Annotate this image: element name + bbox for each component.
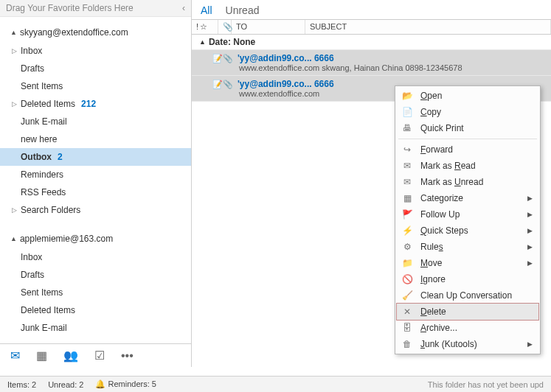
quick-icon: ⚡ [401,225,413,236]
col-attachment[interactable]: 📎 [218,20,232,34]
folder-label: Junk E-mail [21,323,67,333]
menu-separator [398,139,537,139]
folder-label: Inbox [21,252,42,262]
menu-clean-up-conversation[interactable]: 🧹Clean Up Conversation [397,287,538,304]
forward-icon: ↪ [401,144,413,155]
favorites-header[interactable]: Drag Your Favorite Folders Here ‹ [0,0,191,17]
menu-rules[interactable]: ⚙Rules▶ [397,239,538,255]
menu-move[interactable]: 📁Move▶ [397,255,538,271]
folder-item[interactable]: Sent Items [0,284,191,301]
context-menu: 📂Open📄Copy🖶Quick Print↪Forward✉Mark as R… [395,85,541,354]
folder-item[interactable]: ▷Inbox [0,42,191,60]
folder-label: Sent Items [21,81,63,91]
col-subject[interactable]: SUBJECT [305,20,551,34]
tasks-icon[interactable]: ☑ [94,349,105,363]
favorites-label: Drag Your Favorite Folders Here [6,3,134,13]
folder-item[interactable]: Junk E-mail [0,319,191,337]
rules-icon: ⚙ [401,242,413,252]
folder-item[interactable]: Drafts [0,60,191,77]
people-icon[interactable]: 👥 [63,349,78,363]
folder-item[interactable]: Outbox2 [0,148,191,166]
folder-item[interactable]: Drafts [0,266,191,284]
folder-label: Drafts [21,270,44,280]
collapse-icon: ▲ [199,38,206,46]
folder-item[interactable]: new here [0,130,191,148]
folder-item[interactable]: RSS Feeds [0,183,191,201]
folder-item[interactable]: Deleted Items [0,301,191,319]
expand-icon: ▷ [12,206,19,214]
menu-ignore[interactable]: 🚫Ignore [397,271,538,287]
submenu-arrow-icon: ▶ [527,259,533,267]
menu-label: Clean Up Conversation [420,290,512,301]
tab-unread[interactable]: Unread [226,4,260,16]
account-header[interactable]: ▲skyyang@extendoffice.com [0,23,191,42]
folder-item[interactable]: ▷Search Folders [0,201,191,219]
menu-mark-as-read[interactable]: ✉Mark as Read [397,158,538,174]
folder-pane: Drag Your Favorite Folders Here ‹ ▲skyya… [0,0,192,367]
menu-categorize[interactable]: ▦Categorize▶ [397,190,538,206]
menu-follow-up[interactable]: 🚩Follow Up▶ [397,206,538,223]
cleanup-icon: 🧹 [401,290,413,301]
folder-label: RSS Feeds [21,187,66,197]
col-importance[interactable]: !☆ [192,20,218,34]
account-header[interactable]: ▲applemiemie@163.com [0,229,191,248]
menu-archive-[interactable]: 🗄Archive... [397,320,538,336]
folder-item[interactable]: ▷Deleted Items212 [0,95,191,113]
folder-count: 212 [81,99,96,109]
col-to[interactable]: TO [232,20,305,34]
menu-forward[interactable]: ↪Forward [397,141,538,158]
ignore-icon: 🚫 [401,274,413,284]
group-label: Date: None [209,37,255,47]
status-items: Items: 2 [7,380,36,389]
tab-all[interactable]: All [201,4,212,16]
menu-label: Delete [420,307,446,317]
categorize-icon: ▦ [401,193,413,203]
menu-label: Move [420,258,442,268]
menu-open[interactable]: 📂Open [397,88,538,104]
collapse-icon: ▲ [10,235,17,242]
folder-label: Deleted Items [21,99,75,109]
mail-icon[interactable]: ✉ [10,349,20,363]
menu-delete[interactable]: ✕Delete [396,303,539,321]
menu-quick-print[interactable]: 🖶Quick Print [397,120,538,136]
folder-item[interactable]: Reminders [0,166,191,183]
folder-label: Inbox [21,46,42,56]
calendar-icon[interactable]: ▦ [36,349,47,363]
folder-item[interactable]: Sent Items [0,77,191,95]
submenu-arrow-icon: ▶ [527,211,533,218]
folder-label: Junk E-mail [21,116,67,127]
menu-copy[interactable]: 📄Copy [397,104,538,120]
menu-label: Categorize [420,193,463,203]
filter-tabs: All Unread [192,0,551,19]
menu-label: Rules [420,242,443,252]
more-icon[interactable]: ••• [121,349,134,363]
folder-label: Search Folders [21,205,80,215]
menu-label: Ignore [420,274,446,284]
column-headers[interactable]: !☆ 📎 TO SUBJECT [192,19,551,35]
delete-icon: ✕ [401,307,413,317]
print-icon: 🖶 [401,123,413,133]
menu-quick-steps[interactable]: ⚡Quick Steps▶ [397,223,538,239]
folder-label: Reminders [21,169,63,180]
submenu-arrow-icon: ▶ [527,195,533,202]
menu-junk-kutools-[interactable]: 🗑Junk (Kutools)▶ [397,336,538,352]
open-icon: 📂 [401,91,413,101]
message-item[interactable]: 📝📎'yy@addin99.co... 6666www.extendoffice… [192,50,551,76]
status-sync: This folder has not yet been upd [428,380,544,389]
nav-bar: ✉ ▦ 👥 ☑ ••• [0,343,191,367]
folder-item[interactable]: Inbox [0,248,191,266]
menu-label: Quick Steps [420,225,468,236]
account-email: applemiemie@163.com [20,234,113,244]
unread-icon: ✉ [401,177,413,187]
folder-label: Sent Items [21,287,63,298]
collapse-icon: ▲ [10,29,17,36]
folder-item[interactable]: Junk E-mail [0,113,191,130]
move-icon: 📁 [401,258,413,268]
menu-label: Mark as Unread [420,177,483,187]
group-header[interactable]: ▲ Date: None [192,35,551,50]
menu-mark-as-unread[interactable]: ✉Mark as Unread [397,174,538,190]
message-icons: 📝📎 [212,80,233,89]
menu-label: Mark as Read [420,161,476,171]
chevron-left-icon: ‹ [182,3,185,13]
archive-icon: 🗄 [401,323,413,333]
